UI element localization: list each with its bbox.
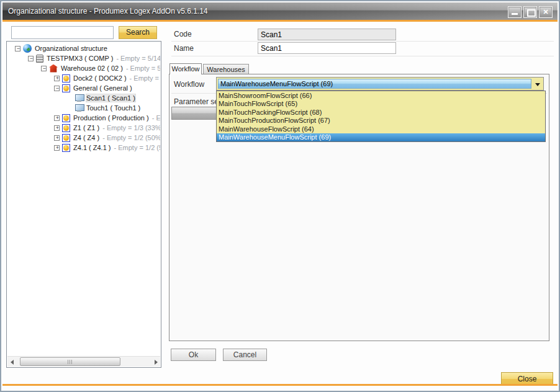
terminal-icon	[75, 94, 83, 102]
globe-icon	[23, 44, 32, 53]
name-field[interactable]	[258, 42, 396, 54]
cancel-button[interactable]: Cancel	[223, 349, 267, 361]
collapse-icon[interactable]	[15, 46, 20, 51]
workflow-combobox[interactable]: MainWarehouseMenuFlowScript (69)	[216, 77, 544, 91]
tree-item-z4[interactable]: Z4 ( Z4 ) - Empty = 1/2 (50%)	[7, 133, 160, 143]
workflow-label: Workflow	[174, 80, 204, 89]
zone-icon	[62, 114, 70, 122]
code-label: Code	[174, 30, 192, 38]
accent-line-bottom	[2, 384, 558, 386]
code-field[interactable]	[258, 29, 396, 40]
collapse-icon[interactable]	[41, 66, 47, 71]
minimize-icon[interactable]	[508, 6, 522, 18]
dropdown-option-selected[interactable]: MainWarehouseMenuFlowScript (69)	[217, 133, 545, 142]
dropdown-option[interactable]: MainShowroomFlowScript (66)	[217, 91, 545, 100]
tree-item-dock2[interactable]: Dock2 ( DOCK2 ) - Empty = 2	[7, 73, 160, 83]
tree-item-touch1[interactable]: Touch1 ( Touch1 )	[7, 103, 160, 113]
tree-item-z1[interactable]: Z1 ( Z1 ) - Empty = 1/3 (33%)	[7, 123, 160, 133]
tree-item-general[interactable]: General ( General )	[7, 83, 160, 93]
collapse-icon[interactable]	[28, 56, 34, 61]
parameter-set-label: Parameter set	[174, 97, 220, 106]
expand-icon[interactable]	[54, 115, 60, 121]
tree-rows: Organizational structure TESTPMX3 ( COMP…	[7, 43, 160, 153]
tree-item-organizational-structure[interactable]: Organizational structure	[7, 43, 160, 53]
org-structure-tree: Organizational structure TESTPMX3 ( COMP…	[6, 41, 161, 368]
tree-item-z4-1[interactable]: Z4.1 ( Z4.1 ) - Empty = 1/2 (5	[7, 143, 160, 153]
tree-horizontal-scrollbar[interactable]	[7, 356, 160, 367]
chevron-down-icon[interactable]	[535, 83, 540, 86]
name-label: Name	[174, 44, 194, 53]
accent-line-top	[2, 20, 558, 22]
dropdown-option[interactable]: MainWarehouseFlowScript (64)	[217, 125, 545, 133]
workflow-dropdown-list: MainShowroomFlowScript (66) MainTouchFlo…	[216, 91, 546, 142]
scrollbar-thumb[interactable]	[20, 357, 120, 366]
collapse-icon[interactable]	[54, 86, 60, 91]
dropdown-option[interactable]: MainTouchFlowScript (65)	[217, 100, 545, 109]
zone-icon	[62, 144, 70, 152]
expand-icon[interactable]	[54, 76, 60, 81]
scroll-right-icon[interactable]	[150, 357, 160, 367]
window-controls	[508, 6, 553, 18]
tree-item-production[interactable]: Production ( Production ) - Em	[7, 113, 160, 123]
expand-icon[interactable]	[54, 145, 60, 151]
expand-icon[interactable]	[54, 125, 60, 131]
dropdown-option[interactable]: MainTouchProductionFlowScript (67)	[217, 117, 545, 125]
expand-icon[interactable]	[54, 135, 60, 141]
search-input[interactable]	[11, 26, 114, 39]
close-icon[interactable]	[539, 6, 553, 18]
terminal-icon	[75, 104, 83, 112]
maximize-icon[interactable]	[523, 6, 537, 18]
zone-icon	[62, 124, 70, 132]
tree-item-scan1[interactable]: Scan1 ( Scan1 )	[7, 93, 160, 103]
zone-icon	[62, 74, 70, 82]
tab-workflow[interactable]: Workflow	[169, 63, 202, 74]
row-separator	[171, 41, 554, 42]
window-title: Organizational structure - Produmex Loge…	[8, 7, 208, 16]
warehouse-icon	[49, 65, 58, 73]
tree-item-testpmx3[interactable]: TESTPMX3 ( COMP ) - Empty = 5/14	[7, 53, 160, 63]
dialog-window: Organizational structure - Produmex Loge…	[0, 0, 560, 392]
tree-item-warehouse-02[interactable]: Warehouse 02 ( 02 ) - Empty = 5/	[7, 63, 160, 73]
search-button[interactable]: Search	[119, 26, 157, 39]
row-separator	[171, 56, 554, 56]
zone-icon	[62, 134, 70, 142]
tab-warehouses[interactable]: Warehouses	[203, 64, 249, 74]
workflow-selected-value: MainWarehouseMenuFlowScript (69)	[218, 79, 531, 89]
dropdown-option[interactable]: MainTouchPackingFlowScript (68)	[217, 108, 545, 117]
ok-button[interactable]: Ok	[171, 349, 216, 361]
zone-icon	[62, 84, 70, 92]
title-bar[interactable]: Organizational structure - Produmex Loge…	[2, 2, 558, 20]
scroll-left-icon[interactable]	[7, 357, 17, 367]
company-icon	[36, 55, 43, 63]
